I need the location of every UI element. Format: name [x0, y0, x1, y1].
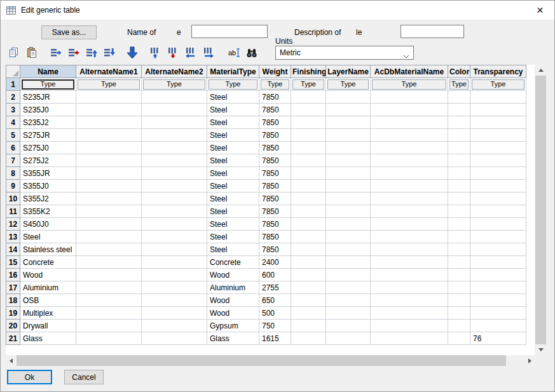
cell-alternatename2[interactable]	[142, 91, 207, 104]
cell-name[interactable]: S235J2	[20, 116, 76, 129]
cell-finishing[interactable]	[291, 243, 326, 256]
cell-materialtype[interactable]: Wood	[207, 294, 259, 307]
cell-alternatename2[interactable]	[142, 332, 207, 345]
cell-name[interactable]: S450J0	[20, 218, 76, 231]
cell-acdbmaterialname[interactable]	[371, 269, 448, 281]
cell-finishing[interactable]	[291, 332, 326, 345]
cell-layername[interactable]	[326, 205, 371, 218]
cell-alternatename2[interactable]	[142, 294, 207, 307]
cell-weight[interactable]: 7850	[259, 116, 291, 129]
cell-transparency[interactable]	[470, 269, 526, 281]
cell-transparency[interactable]: 76	[470, 332, 526, 345]
paste-icon[interactable]	[24, 44, 40, 61]
cell-name[interactable]: Steel	[20, 231, 76, 243]
cell-name[interactable]: S355JR	[20, 167, 76, 180]
cell-name[interactable]: OSB	[20, 294, 76, 307]
cell-alternatename1[interactable]	[76, 104, 142, 116]
cell-alternatename2[interactable]	[142, 281, 207, 294]
row-header-11[interactable]: 11	[6, 205, 20, 218]
cell-layername[interactable]	[326, 307, 371, 320]
cell-finishing[interactable]	[291, 180, 326, 193]
column-header-transparency[interactable]: Transparency	[470, 65, 526, 78]
cell-alternatename1[interactable]	[76, 281, 142, 294]
cell-layername[interactable]	[326, 218, 371, 231]
cell-materialtype[interactable]: Steel	[207, 116, 259, 129]
cell-acdbmaterialname[interactable]	[371, 129, 448, 142]
cell-color[interactable]	[448, 281, 470, 294]
cell-finishing[interactable]	[291, 116, 326, 129]
cell-materialtype[interactable]: Wood	[207, 307, 259, 320]
type-button-finishing[interactable]: Type	[292, 79, 324, 90]
row-header-3[interactable]: 3	[6, 104, 20, 116]
cell-alternatename2[interactable]	[142, 180, 207, 193]
cell-acdbmaterialname[interactable]	[371, 243, 448, 256]
cell-transparency[interactable]	[470, 167, 526, 180]
insert-row-icon[interactable]	[48, 44, 64, 61]
cell-alternatename1[interactable]	[76, 320, 142, 332]
cell-name[interactable]: Aluminium	[20, 281, 76, 294]
cell-color[interactable]	[448, 307, 470, 320]
cell-alternatename1[interactable]	[76, 91, 142, 104]
cell-alternatename2[interactable]	[142, 167, 207, 180]
cell-finishing[interactable]	[291, 154, 326, 167]
cell-materialtype[interactable]: Concrete	[207, 256, 259, 269]
row-header-2[interactable]: 2	[6, 91, 20, 104]
cell-materialtype[interactable]: Steel	[207, 154, 259, 167]
ok-button[interactable]: Ok	[7, 370, 52, 384]
column-header-layername[interactable]: LayerName	[326, 65, 371, 78]
cell-color[interactable]	[448, 104, 470, 116]
cell-weight[interactable]: 600	[259, 269, 291, 281]
row-header-1[interactable]: 1	[6, 78, 20, 91]
cell-acdbmaterialname[interactable]	[371, 104, 448, 116]
row-header-14[interactable]: 14	[6, 243, 20, 256]
cell-acdbmaterialname[interactable]	[371, 116, 448, 129]
cell-materialtype[interactable]: Steel	[207, 91, 259, 104]
cell-color[interactable]	[448, 218, 470, 231]
cell-materialtype[interactable]: Steel	[207, 142, 259, 154]
cell-weight[interactable]: 7850	[259, 231, 291, 243]
horizontal-scrollbar[interactable]	[6, 355, 535, 366]
cell-acdbmaterialname[interactable]	[371, 193, 448, 205]
cell-name[interactable]: S355J0	[20, 180, 76, 193]
cell-layername[interactable]	[326, 243, 371, 256]
cell-color[interactable]	[448, 142, 470, 154]
cell-acdbmaterialname[interactable]	[371, 91, 448, 104]
move-column-right-icon[interactable]	[200, 44, 217, 61]
cell-name[interactable]: Stainless steel	[20, 243, 76, 256]
cell-materialtype[interactable]: Wood	[207, 269, 259, 281]
cell-alternatename2[interactable]	[142, 193, 207, 205]
cell-weight[interactable]: 2755	[259, 281, 291, 294]
cell-alternatename2[interactable]	[142, 307, 207, 320]
cell-name[interactable]: S355J2	[20, 193, 76, 205]
cell-materialtype[interactable]: Steel	[207, 180, 259, 193]
row-header-8[interactable]: 8	[6, 167, 20, 180]
cell-finishing[interactable]	[291, 218, 326, 231]
horizontal-scrollbar-thumb[interactable]	[17, 355, 506, 366]
cell-alternatename1[interactable]	[76, 256, 142, 269]
cell-layername[interactable]	[326, 91, 371, 104]
copy-icon[interactable]	[6, 44, 22, 61]
cell-materialtype[interactable]: Steel	[207, 243, 259, 256]
cell-acdbmaterialname[interactable]	[371, 205, 448, 218]
cell-color[interactable]	[448, 231, 470, 243]
cell-transparency[interactable]	[470, 154, 526, 167]
select-all-corner[interactable]	[6, 65, 20, 78]
cell-finishing[interactable]	[291, 91, 326, 104]
scroll-down-icon[interactable]	[535, 344, 546, 355]
cell-layername[interactable]	[326, 294, 371, 307]
cell-color[interactable]	[448, 320, 470, 332]
cancel-button[interactable]: Cancel	[64, 370, 104, 384]
cell-alternatename2[interactable]	[142, 116, 207, 129]
cell-layername[interactable]	[326, 320, 371, 332]
delete-row-icon[interactable]	[65, 44, 82, 61]
cell-acdbmaterialname[interactable]	[371, 320, 448, 332]
cell-layername[interactable]	[326, 193, 371, 205]
cell-alternatename1[interactable]	[76, 142, 142, 154]
cell-finishing[interactable]	[291, 142, 326, 154]
cell-name[interactable]: Drywall	[20, 320, 76, 332]
type-button-name[interactable]: Type	[22, 79, 74, 90]
row-header-10[interactable]: 10	[6, 193, 20, 205]
cell-name[interactable]: S275J2	[20, 154, 76, 167]
row-header-6[interactable]: 6	[6, 142, 20, 154]
cell-materialtype[interactable]: Gypsum	[207, 320, 259, 332]
